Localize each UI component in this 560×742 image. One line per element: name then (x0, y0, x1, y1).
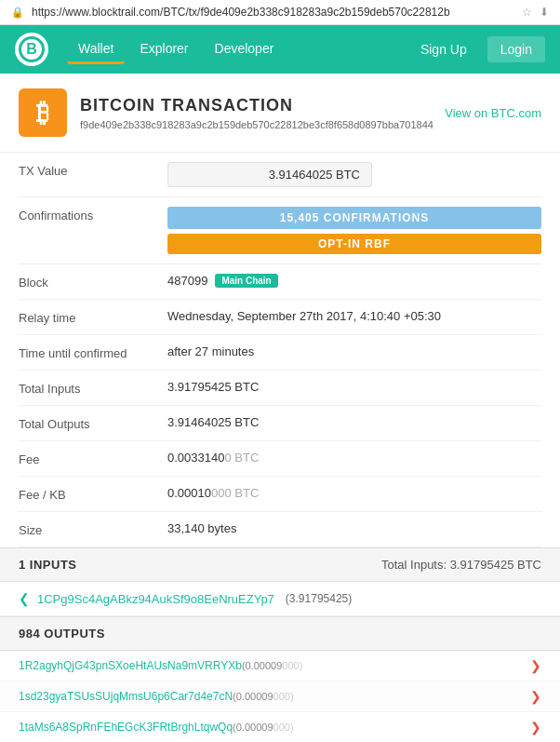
url-bar: 🔒 https://www.blocktrail.com/BTC/tx/f9de… (0, 0, 560, 25)
tx-value-box: 3.91464025 BTC (167, 162, 372, 187)
btc-symbol: ₿ (36, 98, 49, 128)
relay-label: Relay time (19, 309, 167, 325)
output-left: 1R2agyhQjG43pnSXoeHtAUsNa9mVRRYXb (0.000… (19, 659, 523, 672)
nav-explorer[interactable]: Explorer (128, 35, 199, 64)
fee-label: Fee (19, 451, 167, 466)
nav-links: Wallet Explorer Developer (67, 35, 407, 64)
output-address-2[interactable]: 1taMs6A8SpRnFEhEGcK3FRtBrghLtqwQq (19, 721, 233, 734)
star-icon[interactable]: ☆ (522, 6, 532, 19)
total-inputs-label: Total Inputs (19, 380, 167, 396)
time-value: after 27 minutes (167, 344, 541, 358)
view-on-btc-link[interactable]: View on BTC.com (445, 106, 541, 120)
fee-row: Fee 0.00331400 BTC (19, 441, 541, 477)
rbf-badge: OPT-IN RBF (167, 234, 541, 254)
output-amount-1: (0.00009000) (233, 691, 293, 702)
input-address[interactable]: 1CPg9Sc4AgABkz94AukSf9o8EeNruEZYp7 (37, 592, 274, 606)
size-row: Size 33,140 bytes (19, 512, 541, 547)
output-left: 1sd23gyaTSUsSUjqMmsU6p6Car7d4e7cN (0.000… (19, 690, 523, 703)
relay-row: Relay time Wednesday, September 27th 201… (19, 300, 541, 335)
output-amount-0: (0.00009000) (242, 660, 302, 671)
input-amount: (3.91795425) (286, 592, 352, 605)
size-label: Size (19, 521, 167, 537)
tx-value-label: TX Value (19, 162, 167, 178)
total-inputs-value: 3.91795425 BTC (167, 380, 541, 394)
output-address-0[interactable]: 1R2agyhQjG43pnSXoeHtAUsNa9mVRRYXb (19, 659, 242, 672)
tx-header: ₿ BITCOIN TRANSACTION f9de409e2b338c9182… (0, 74, 560, 153)
input-item: ❮ 1CPg9Sc4AgABkz94AukSf9o8EeNruEZYp7 (3.… (0, 582, 560, 616)
fee-kb-main: 0.00010 (167, 486, 211, 500)
fee-dim: 0 BTC (224, 451, 259, 465)
nav-developer[interactable]: Developer (204, 35, 286, 64)
chevron-right-icon: ❯ (530, 720, 541, 735)
chevron-right-icon: ❯ (530, 689, 541, 704)
confirmations-label: Confirmations (19, 207, 167, 223)
confirmations-badge: 15,405 CONFIRMATIONS (167, 207, 541, 229)
nav-right: Sign Up Login (407, 36, 545, 62)
tx-info: BITCOIN TRANSACTION f9de409e2b338c918283… (80, 96, 433, 130)
details-table: TX Value 3.91464025 BTC Confirmations 15… (0, 153, 560, 547)
time-row: Time until confirmed after 27 minutes (19, 335, 541, 371)
output-amount-2: (0.00009000) (233, 722, 293, 733)
outputs-list: 1R2agyhQjG43pnSXoeHtAUsNa9mVRRYXb (0.000… (0, 651, 560, 742)
outputs-title: 984 OUTPUTS (19, 627, 105, 641)
chevron-right-icon: ❯ (530, 658, 541, 673)
fee-main: 0.0033140 (167, 451, 224, 465)
size-value: 33,140 bytes (167, 521, 541, 535)
tx-title: BITCOIN TRANSACTION (80, 96, 433, 115)
confirmations-value: 15,405 CONFIRMATIONS OPT-IN RBF (167, 207, 541, 254)
output-item: 1taMs6A8SpRnFEhEGcK3FRtBrghLtqwQq (0.000… (0, 712, 560, 742)
download-icon[interactable]: ⬇ (540, 6, 549, 19)
tx-value-row: TX Value 3.91464025 BTC (19, 153, 541, 197)
logo-letter: B (26, 41, 37, 58)
tx-hash: f9de409e2b338c918283a9c2b159deb570c22812… (80, 119, 433, 130)
btc-icon: ₿ (19, 88, 67, 137)
block-number: 487099 (167, 274, 207, 288)
relay-value: Wednesday, September 27th 2017, 4:10:40 … (167, 309, 541, 323)
logo[interactable]: B (15, 33, 48, 66)
lock-icon: 🔒 (11, 7, 24, 19)
fee-value: 0.00331400 BTC (167, 451, 541, 465)
confirmations-row: Confirmations 15,405 CONFIRMATIONS OPT-I… (19, 197, 541, 264)
inputs-title: 1 INPUTS (19, 558, 77, 572)
output-address-1[interactable]: 1sd23gyaTSUsSUjqMmsU6p6Car7d4e7cN (19, 690, 233, 703)
total-outputs-value: 3.91464025 BTC (167, 415, 541, 429)
url-icons: ☆ ⬇ (522, 6, 549, 19)
outputs-section-header: 984 OUTPUTS (0, 616, 560, 651)
main-content: ₿ BITCOIN TRANSACTION f9de409e2b338c9182… (0, 74, 560, 742)
total-outputs-row: Total Outputs 3.91464025 BTC (19, 406, 541, 441)
login-button[interactable]: Login (487, 36, 545, 62)
nav-wallet[interactable]: Wallet (67, 35, 125, 64)
output-item: 1R2agyhQjG43pnSXoeHtAUsNa9mVRRYXb (0.000… (0, 651, 560, 681)
inputs-total: Total Inputs: 3.91795425 BTC (381, 558, 541, 572)
total-inputs-row: Total Inputs 3.91795425 BTC (19, 371, 541, 406)
time-label: Time until confirmed (19, 344, 167, 360)
fee-kb-value: 0.00010000 BTC (167, 486, 541, 500)
main-chain-badge: Main Chain (215, 274, 277, 288)
inputs-section-header: 1 INPUTS Total Inputs: 3.91795425 BTC (0, 547, 560, 582)
signup-button[interactable]: Sign Up (407, 36, 480, 62)
total-outputs-label: Total Outputs (19, 415, 167, 431)
tx-header-left: ₿ BITCOIN TRANSACTION f9de409e2b338c9182… (19, 88, 433, 137)
block-value: 487099 Main Chain (167, 274, 541, 288)
navbar: B Wallet Explorer Developer Sign Up Logi… (0, 25, 560, 74)
output-item: 1sd23gyaTSUsSUjqMmsU6p6Car7d4e7cN (0.000… (0, 681, 560, 712)
url-text: https://www.blocktrail.com/BTC/tx/f9de40… (32, 6, 514, 19)
fee-kb-dim: 000 BTC (211, 486, 259, 500)
fee-kb-row: Fee / KB 0.00010000 BTC (19, 477, 541, 512)
output-left: 1taMs6A8SpRnFEhEGcK3FRtBrghLtqwQq (0.000… (19, 721, 523, 734)
block-label: Block (19, 274, 167, 290)
block-row: Block 487099 Main Chain (19, 264, 541, 300)
tx-value-value: 3.91464025 BTC (167, 162, 541, 187)
fee-kb-label: Fee / KB (19, 486, 167, 502)
chevron-left-icon: ❮ (19, 591, 30, 606)
